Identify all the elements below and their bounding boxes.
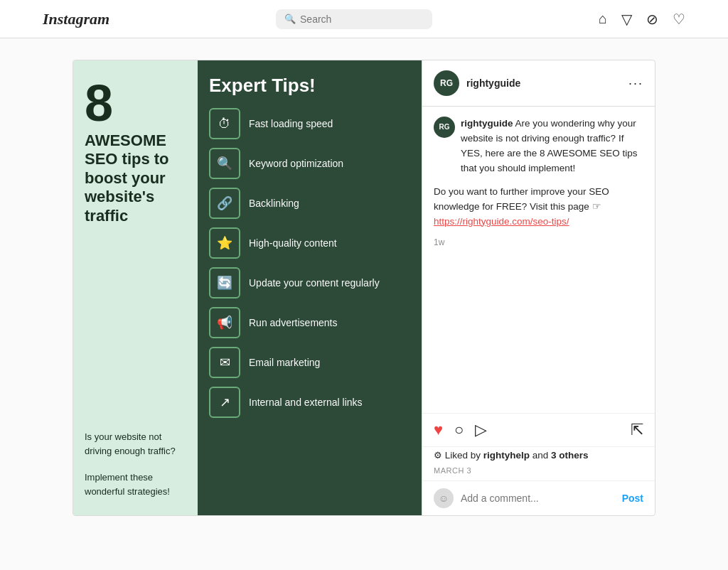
tip-item: ↗Internal and external links xyxy=(209,387,410,418)
tip-label: Email marketing xyxy=(249,356,320,369)
tip-item: ⏱Fast loading speed xyxy=(209,108,410,139)
heart-icon[interactable]: ♡ xyxy=(673,11,685,28)
tip-icon-box: 🔍 xyxy=(209,148,240,179)
save-button[interactable]: ⇱ xyxy=(631,421,643,439)
tip-item: 🔄Update your content regularly xyxy=(209,267,410,299)
infographic: 8 AWESOMESEO tips toboost yourwebsite'st… xyxy=(73,60,422,515)
tip-icon-box: ✉ xyxy=(209,347,240,378)
home-icon[interactable]: ⌂ xyxy=(599,11,607,27)
tip-label: Internal and external links xyxy=(249,396,363,409)
tip-label: Keyword optimization xyxy=(249,157,343,170)
comment-input[interactable] xyxy=(461,493,615,504)
app-logo: Instagram xyxy=(43,10,109,28)
caption-timestamp: 1w xyxy=(434,236,643,249)
comment-avatar: ☺ xyxy=(434,488,454,508)
liked-by-label: Liked by xyxy=(445,450,483,461)
post-header: RG rightyguide ··· xyxy=(422,60,655,107)
tip-item: ✉Email marketing xyxy=(209,347,410,378)
tip-label: High-quality content xyxy=(249,237,337,249)
feed: 8 AWESOMESEO tips toboost yourwebsite'st… xyxy=(0,60,728,516)
tip-label: Run advertisements xyxy=(249,316,338,329)
tip-icon-box: ⭐ xyxy=(209,227,240,259)
search-icon: 🔍 xyxy=(284,14,296,24)
tip-icon-box: ↗ xyxy=(209,387,240,418)
post-date: March 3 xyxy=(422,463,655,480)
navigation-icon[interactable]: ▽ xyxy=(621,11,632,28)
expert-tips-title: Expert Tips! xyxy=(209,75,410,97)
search-bar[interactable]: 🔍 xyxy=(276,9,432,29)
infographic-left-panel: 8 AWESOMESEO tips toboost yourwebsite'st… xyxy=(73,60,198,515)
post-details: RG rightyguide ··· RG rightyguide Are yo… xyxy=(422,60,655,515)
infographic-number: 8 xyxy=(85,77,186,129)
like-button[interactable]: ♥ xyxy=(434,421,443,439)
tip-icon-box: 📢 xyxy=(209,307,240,338)
post-likes: ⚙ Liked by rightyhelp and 3 others xyxy=(422,447,655,463)
post-card: 8 AWESOMESEO tips toboost yourwebsite'st… xyxy=(73,60,655,516)
caption-avatar-row: RG rightyguide Are you wondering why you… xyxy=(434,117,643,176)
tip-label: Update your content regularly xyxy=(249,276,380,289)
tips-list: ⏱Fast loading speed🔍Keyword optimization… xyxy=(209,108,410,418)
post-image: 8 AWESOMESEO tips toboost yourwebsite'st… xyxy=(73,60,422,515)
infographic-right-panel: Expert Tips! ⏱Fast loading speed🔍Keyword… xyxy=(198,60,422,515)
caption-avatar: RG xyxy=(434,117,455,138)
tip-label: Fast loading speed xyxy=(249,117,333,130)
infographic-sub-line2: Implement these wonderful strategies! xyxy=(85,470,186,498)
tip-icon-box: ⏱ xyxy=(209,108,240,139)
tip-label: Backlinking xyxy=(249,197,299,210)
infographic-title-text: AWESOMESEO tips toboost yourwebsite'stra… xyxy=(85,131,186,225)
post-caption: RG rightyguide Are you wondering why you… xyxy=(422,107,655,414)
comment-box: ☺ Post xyxy=(422,480,655,515)
tip-item: 🔗Backlinking xyxy=(209,188,410,219)
liked-by-count: 3 others xyxy=(551,450,589,461)
comment-post-button[interactable]: Post xyxy=(622,493,643,504)
caption-extra-text: Do you want to further improve your SEO … xyxy=(434,186,609,212)
liked-by-and: and xyxy=(530,450,551,461)
caption-extra: Do you want to further improve your SEO … xyxy=(434,185,643,230)
infographic-headline: 8 AWESOMESEO tips toboost yourwebsite'st… xyxy=(85,77,186,225)
comment-button[interactable]: ○ xyxy=(454,421,464,439)
search-input[interactable] xyxy=(300,14,424,25)
caption-username: rightyguide xyxy=(461,118,513,129)
post-username[interactable]: rightyguide xyxy=(466,77,621,89)
tip-item: ⭐High-quality content xyxy=(209,227,410,259)
infographic-sub-text: Is your website not driving enough traff… xyxy=(85,430,186,498)
tip-icon-box: 🔗 xyxy=(209,188,240,219)
tip-item: 🔍Keyword optimization xyxy=(209,148,410,179)
avatar: RG xyxy=(434,70,459,96)
liked-by-text: Liked by rightyhelp and 3 others xyxy=(445,450,589,461)
caption-text-block: rightyguide Are you wondering why your w… xyxy=(461,117,643,176)
share-button[interactable]: ▷ xyxy=(475,421,487,439)
liked-by-username[interactable]: rightyhelp xyxy=(483,450,530,461)
post-actions: ♥ ○ ▷ ⇱ xyxy=(422,414,655,447)
gear-icon: ⚙ xyxy=(434,450,442,461)
tip-item: 📢Run advertisements xyxy=(209,307,410,338)
nav-icons: ⌂ ▽ ⊘ ♡ xyxy=(599,11,685,28)
compass-icon[interactable]: ⊘ xyxy=(646,11,658,28)
caption-link[interactable]: https://rightyguide.com/seo-tips/ xyxy=(434,216,569,227)
more-options-button[interactable]: ··· xyxy=(628,76,643,91)
infographic-sub-line1: Is your website not driving enough traff… xyxy=(85,430,186,458)
tip-icon-box: 🔄 xyxy=(209,267,240,299)
navbar: Instagram 🔍 ⌂ ▽ ⊘ ♡ xyxy=(0,0,728,38)
